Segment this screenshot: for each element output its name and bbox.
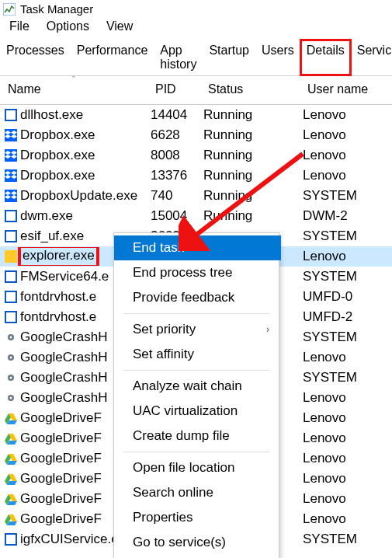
gear-icon: [5, 371, 17, 384]
tab-app-history[interactable]: App history: [154, 40, 203, 75]
process-icon: [5, 533, 17, 546]
cell-name: dllhost.exe: [0, 107, 147, 123]
svg-point-22: [10, 377, 12, 379]
cell-user: SYSTEM: [300, 188, 392, 204]
process-name: esif_uf.exe: [20, 228, 84, 244]
process-name: DropboxUpdate.exe: [20, 188, 137, 204]
svg-marker-8: [11, 155, 17, 159]
svg-point-18: [10, 337, 12, 339]
tab-processes[interactable]: Processes: [0, 40, 71, 75]
svg-marker-10: [11, 171, 17, 175]
cell-user: UMFD-0: [300, 289, 392, 305]
cell-user: Lenovo: [300, 249, 392, 264]
svg-marker-15: [5, 195, 11, 199]
cell-user: Lenovo: [300, 491, 392, 507]
cell-status: Running: [200, 127, 300, 143]
menu-item-set-priority[interactable]: Set priority›: [114, 317, 279, 342]
cell-user: Lenovo: [300, 148, 392, 163]
svg-marker-1: [5, 131, 11, 134]
tab-users[interactable]: Users: [255, 40, 300, 75]
col-user[interactable]: User name: [300, 76, 392, 104]
context-menu: End taskEnd process treeProvide feedback…: [113, 232, 279, 558]
tab-startup[interactable]: Startup: [203, 40, 255, 75]
folder-icon: [5, 250, 17, 263]
menu-separator: [123, 452, 269, 452]
cell-user: SYSTEM: [300, 269, 392, 284]
menu-item-end-task[interactable]: End task: [114, 235, 281, 260]
menu-view[interactable]: View: [106, 19, 133, 33]
process-icon: [5, 311, 17, 323]
table-row[interactable]: DropboxUpdate.exe740RunningSYSTEM: [0, 186, 392, 206]
cell-pid: 13376: [147, 168, 200, 183]
cell-pid: 15004: [147, 208, 200, 224]
col-name[interactable]: Name⌃: [0, 76, 147, 104]
menu-item-provide-feedback[interactable]: Provide feedback: [114, 285, 279, 310]
menu-item-end-process-tree[interactable]: End process tree: [114, 260, 279, 285]
col-pid[interactable]: PID: [147, 76, 200, 104]
table-header: Name⌃ PID Status User name: [0, 76, 392, 105]
process-name: fontdrvhost.e: [20, 289, 96, 305]
cell-status: Running: [200, 188, 300, 204]
menu-item-properties[interactable]: Properties: [114, 505, 279, 530]
col-status[interactable]: Status: [200, 76, 300, 104]
cell-name: DropboxUpdate.exe: [0, 188, 147, 204]
google-drive-icon: [5, 513, 17, 525]
dropbox-icon: [5, 169, 17, 182]
process-name: Dropbox.exe: [20, 127, 95, 143]
cell-user: Lenovo: [300, 350, 392, 365]
svg-marker-6: [11, 151, 17, 155]
cell-pid: 740: [147, 188, 200, 204]
menu-item-create-dump-file[interactable]: Create dump file: [114, 424, 279, 448]
svg-rect-0: [3, 3, 16, 16]
tab-performance[interactable]: Performance: [71, 40, 154, 75]
cell-status: Running: [200, 107, 300, 123]
cell-name: Dropbox.exe: [0, 168, 147, 183]
titlebar: Task Manager: [0, 0, 392, 16]
process-icon: [5, 291, 17, 303]
svg-marker-12: [11, 175, 17, 179]
cell-user: SYSTEM: [300, 532, 392, 547]
table-row[interactable]: Dropbox.exe13376RunningLenovo: [0, 166, 392, 186]
process-name: GoogleDriveF: [20, 511, 102, 527]
table-row[interactable]: Dropbox.exe8008RunningLenovo: [0, 145, 392, 166]
process-name: dwm.exe: [20, 208, 73, 224]
gear-icon: [5, 392, 17, 404]
menu-separator: [123, 313, 269, 314]
menu-item-open-file-location[interactable]: Open file location: [114, 455, 279, 480]
sort-indicator-icon: ⌃: [71, 75, 77, 82]
cell-user: Lenovo: [300, 107, 392, 123]
svg-marker-4: [11, 134, 17, 138]
menu-item-analyze-wait-chain[interactable]: Analyze wait chain: [114, 374, 279, 399]
process-icon: [5, 210, 17, 222]
menu-options[interactable]: Options: [47, 19, 89, 33]
menu-item-set-affinity[interactable]: Set affinity: [114, 342, 279, 367]
process-name: GoogleDriveF: [20, 451, 102, 466]
process-icon: [5, 109, 17, 121]
dropbox-icon: [5, 129, 17, 141]
cell-user: Lenovo: [300, 431, 392, 446]
task-manager-icon: [3, 3, 16, 16]
cell-pid: 8008: [147, 148, 200, 163]
svg-marker-11: [5, 175, 11, 179]
menu-item-search-online[interactable]: Search online: [114, 480, 279, 505]
process-name: explorer.exe: [20, 247, 97, 266]
table-row[interactable]: dwm.exe15004RunningDWM-2: [0, 206, 392, 226]
tab-details[interactable]: Details: [300, 40, 351, 75]
chevron-right-icon: ›: [266, 324, 269, 335]
svg-marker-14: [11, 191, 17, 195]
menu-item-go-to-service-s-[interactable]: Go to service(s): [114, 530, 279, 555]
google-drive-icon: [5, 412, 17, 424]
menu-item-uac-virtualization[interactable]: UAC virtualization: [114, 399, 279, 424]
process-name: GoogleDriveF: [20, 491, 102, 507]
tabstrip: ProcessesPerformanceApp historyStartupUs…: [0, 40, 392, 76]
table-row[interactable]: Dropbox.exe6628RunningLenovo: [0, 125, 392, 145]
tab-services[interactable]: Services: [351, 40, 392, 75]
table-row[interactable]: dllhost.exe14404RunningLenovo: [0, 105, 392, 125]
dropbox-icon: [5, 149, 17, 162]
gear-icon: [5, 351, 17, 364]
process-name: GoogleDriveF: [20, 410, 102, 426]
menu-file[interactable]: File: [9, 19, 29, 33]
process-name: FMService64.e: [20, 269, 109, 284]
dropbox-icon: [5, 190, 17, 202]
svg-marker-7: [5, 155, 11, 159]
